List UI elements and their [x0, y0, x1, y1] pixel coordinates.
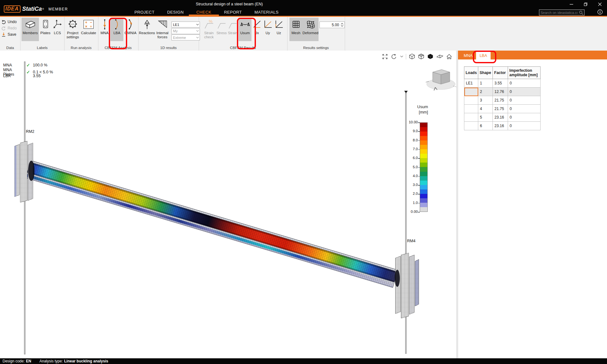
- table-row[interactable]: 3 21.75 0: [464, 96, 541, 105]
- cell-factor[interactable]: 21.75: [493, 96, 508, 105]
- cell-loads-selected[interactable]: [464, 88, 478, 96]
- cell-loads[interactable]: [464, 96, 478, 105]
- table-row[interactable]: LE1 1 3.55 0: [464, 79, 541, 88]
- table-row[interactable]: 4 21.75 0: [464, 105, 541, 113]
- cell-factor[interactable]: 21.75: [493, 105, 508, 113]
- calculate-button[interactable]: +−×÷ Calculate: [81, 18, 96, 41]
- cell-factor[interactable]: 23.16: [493, 113, 508, 122]
- cell-imperfection[interactable]: 0: [508, 105, 541, 113]
- mesh-button[interactable]: Mesh: [289, 18, 302, 41]
- cell-shape[interactable]: 4: [478, 105, 493, 113]
- table-row[interactable]: 5 23.16 0: [464, 113, 541, 122]
- cell-factor[interactable]: 23.16: [493, 122, 508, 130]
- cell-imperfection[interactable]: 0: [508, 122, 541, 130]
- clipping-plane-icon[interactable]: [436, 54, 443, 59]
- mna-button[interactable]: MNA: [100, 18, 109, 41]
- cell-shape[interactable]: 5: [478, 113, 493, 122]
- minimize-button[interactable]: [564, 0, 579, 9]
- navigation-cube[interactable]: [423, 64, 458, 94]
- close-button[interactable]: [593, 0, 607, 9]
- menu-item-project[interactable]: PROJECT: [134, 10, 154, 15]
- zoom-fit-icon[interactable]: [382, 53, 388, 60]
- table-row-selected[interactable]: 2 12.76 0: [464, 88, 541, 96]
- cell-loads[interactable]: LE1: [464, 79, 478, 88]
- cell-imperfection[interactable]: 0: [508, 96, 541, 105]
- model-viewport[interactable]: RM2 RM4 MNA ✓ 100.0 % MNA Plates ✓ 0.1 <…: [0, 51, 458, 358]
- minimize-icon: [570, 3, 573, 6]
- table-row[interactable]: 6 23.16 0: [464, 122, 541, 130]
- search-icon[interactable]: [579, 10, 583, 15]
- legend-color-segment: [420, 203, 427, 207]
- save-button[interactable]: Save: [1, 32, 16, 37]
- menu-item-materials[interactable]: MATERIALS: [255, 10, 279, 15]
- lcs-button[interactable]: LCS: [52, 18, 63, 41]
- lba-button[interactable]: LBA: [110, 18, 123, 41]
- column-header-imperfection[interactable]: Imperfection amplitude [mm]: [508, 67, 541, 79]
- right-support-rm4[interactable]: [395, 253, 419, 318]
- strain-check-button[interactable]: % Strain check: [202, 18, 216, 41]
- uy-button[interactable]: Uy: [263, 18, 273, 41]
- cell-factor[interactable]: 3.55: [493, 79, 508, 88]
- force-component-dropdown[interactable]: My: [171, 28, 200, 34]
- 3d-scene[interactable]: RM2 RM4: [0, 51, 458, 358]
- deformed-button[interactable]: Deformed: [302, 18, 319, 41]
- menu-item-report[interactable]: REPORT: [224, 10, 242, 15]
- tab-lba[interactable]: LBA: [476, 52, 491, 59]
- project-settings-button[interactable]: </> Project settings: [65, 18, 81, 41]
- cell-shape[interactable]: 1: [478, 79, 493, 88]
- mna-icon: [101, 18, 108, 31]
- solid-view-icon[interactable]: [427, 53, 434, 60]
- buckling-shapes-table: Loads Shape Factor Imperfection amplitud…: [464, 66, 541, 130]
- column-header-factor[interactable]: Factor: [493, 67, 508, 79]
- cell-factor[interactable]: 12.76: [493, 88, 508, 96]
- menu-item-check[interactable]: CHECK: [196, 10, 212, 15]
- home-view-icon[interactable]: [446, 53, 452, 60]
- member-label-rm2: RM2: [26, 129, 34, 134]
- cell-loads[interactable]: [464, 122, 478, 130]
- rotate-view-icon[interactable]: [391, 53, 398, 60]
- calculate-icon: +−×÷: [84, 18, 94, 31]
- chevron-down-icon[interactable]: [400, 55, 403, 58]
- undo-button[interactable]: Undo: [1, 19, 17, 25]
- cell-shape[interactable]: 3: [478, 96, 493, 105]
- gmnia-button[interactable]: GMNIA: [124, 18, 137, 41]
- extreme-dropdown[interactable]: Extreme: [171, 34, 200, 40]
- stress-button[interactable]: Stress: [216, 18, 227, 41]
- strain-button[interactable]: Strain: [227, 18, 238, 41]
- column-header-shape[interactable]: Shape: [478, 67, 493, 79]
- cell-shape[interactable]: 2: [478, 88, 493, 96]
- tab-mna[interactable]: MNA: [462, 52, 474, 59]
- usum-button[interactable]: Usum: [238, 18, 251, 41]
- cell-imperfection[interactable]: 0: [508, 113, 541, 122]
- window-controls: [564, 0, 607, 9]
- load-case-dropdown[interactable]: LE1: [171, 22, 200, 28]
- search-input[interactable]: [539, 11, 579, 15]
- members-button[interactable]: Members: [22, 18, 39, 41]
- deformed-scale-spinner[interactable]: 5.00: [319, 22, 345, 28]
- shaded-view-icon[interactable]: [418, 53, 424, 60]
- legend-tick-label: 9.0: [405, 129, 418, 133]
- cell-imperfection[interactable]: 0: [508, 79, 541, 88]
- search-box[interactable]: [539, 9, 585, 15]
- left-support-rm2[interactable]: [15, 141, 34, 202]
- restore-button[interactable]: [579, 0, 593, 9]
- legend-color-segment: [420, 181, 427, 185]
- analyzed-beam-mesh[interactable]: [25, 160, 398, 287]
- column-header-loads[interactable]: Loads: [464, 67, 478, 79]
- cell-loads[interactable]: [464, 113, 478, 122]
- spinner-up-icon[interactable]: [341, 23, 344, 25]
- scale-value: 5.00: [320, 23, 341, 27]
- reactions-button[interactable]: Reactions: [139, 18, 155, 41]
- spinner-down-icon[interactable]: [341, 25, 344, 27]
- uz-button[interactable]: Uz: [274, 18, 284, 41]
- menu-item-design[interactable]: DESIGN: [167, 10, 183, 15]
- cell-shape[interactable]: 6: [478, 122, 493, 130]
- internal-forces-button[interactable]: Internal forces: [155, 18, 170, 41]
- plates-button[interactable]: Plates: [40, 18, 51, 41]
- redo-button[interactable]: Redo: [1, 25, 17, 31]
- wireframe-view-icon[interactable]: [409, 53, 415, 60]
- cell-loads[interactable]: [464, 105, 478, 113]
- ux-button[interactable]: Ux: [252, 18, 261, 41]
- cell-imperfection[interactable]: 0: [508, 88, 541, 96]
- help-button[interactable]: [597, 9, 603, 15]
